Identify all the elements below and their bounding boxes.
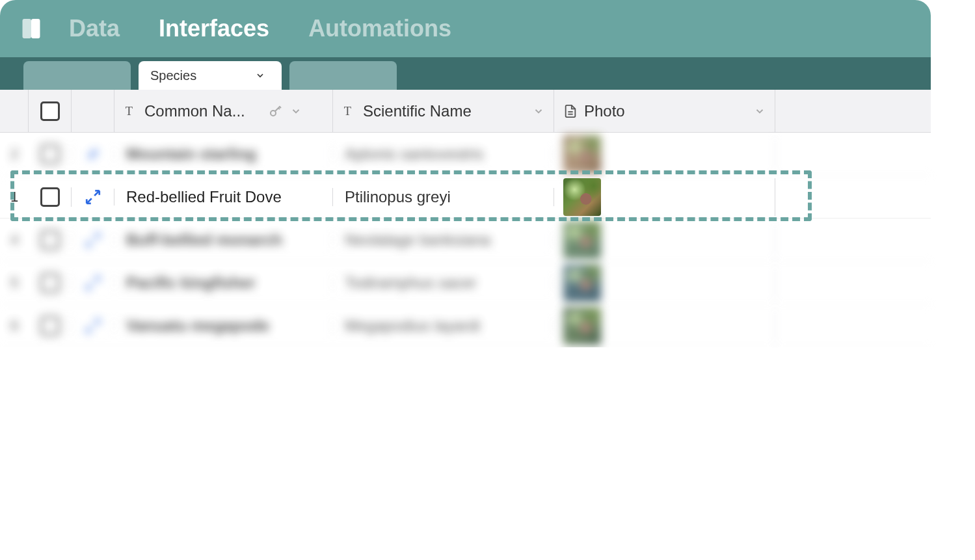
photo-thumbnail[interactable] bbox=[563, 178, 601, 216]
chevron-down-icon[interactable] bbox=[255, 70, 265, 81]
row-number: 5 bbox=[0, 274, 29, 291]
attachment-field-icon bbox=[563, 104, 578, 118]
chevron-down-icon[interactable] bbox=[754, 105, 766, 117]
common-name-cell: Pacific kingfisher bbox=[124, 274, 256, 292]
svg-text:T: T bbox=[344, 105, 351, 118]
row-checkbox[interactable] bbox=[40, 273, 60, 293]
expand-icon[interactable] bbox=[85, 274, 101, 291]
row-number: 4 bbox=[0, 232, 29, 248]
photo-thumbnail[interactable] bbox=[563, 307, 601, 345]
text-field-icon: T bbox=[124, 104, 138, 118]
svg-rect-1 bbox=[33, 20, 40, 38]
tab-label: Species bbox=[150, 68, 196, 83]
top-nav: Data Interfaces Automations bbox=[69, 15, 451, 42]
photo-thumbnail[interactable] bbox=[563, 221, 601, 259]
scientific-name-cell: Megapodius layardi bbox=[342, 317, 480, 335]
col-header-photo[interactable]: Photo bbox=[554, 90, 775, 132]
col-header-common-name[interactable]: T Common Na... bbox=[114, 90, 333, 132]
tabs-bar: Species bbox=[0, 57, 931, 90]
photo-thumbnail[interactable] bbox=[563, 264, 601, 302]
svg-rect-0 bbox=[23, 20, 31, 38]
common-name-cell: Buff-bellied monarch bbox=[124, 231, 282, 249]
top-bar: Data Interfaces Automations bbox=[0, 0, 931, 57]
col-header-expand bbox=[72, 90, 114, 132]
scientific-name-cell: Ptilinopus greyi bbox=[342, 188, 451, 206]
chevron-down-icon[interactable] bbox=[290, 105, 302, 117]
row-number: 6 bbox=[0, 317, 29, 334]
table-row[interactable]: 2 Mountain starling Aplonis santovestris bbox=[0, 133, 931, 176]
header-label: Scientific Name bbox=[363, 102, 526, 120]
app-window: Data Interfaces Automations Species T bbox=[0, 0, 931, 347]
app-logo-icon bbox=[20, 17, 43, 40]
expand-icon[interactable] bbox=[85, 146, 101, 163]
table-header: T Common Na... T Scientific Name bbox=[0, 90, 931, 133]
scientific-name-cell: Aplonis santovestris bbox=[342, 145, 483, 163]
svg-text:T: T bbox=[126, 105, 133, 118]
nav-data[interactable]: Data bbox=[69, 15, 120, 42]
table-row[interactable]: 6 Vanuatu megapode Megapodius layardi bbox=[0, 304, 931, 347]
scientific-name-cell: Neolalage banksiana bbox=[342, 231, 490, 249]
tab-placeholder-left[interactable] bbox=[23, 61, 131, 90]
row-checkbox[interactable] bbox=[40, 230, 60, 250]
header-label: Common Na... bbox=[144, 102, 261, 120]
row-number: 2 bbox=[0, 146, 29, 163]
table: T Common Na... T Scientific Name bbox=[0, 90, 931, 347]
svg-point-3 bbox=[271, 111, 276, 116]
tab-placeholder-right[interactable] bbox=[289, 61, 397, 90]
common-name-cell: Red-bellied Fruit Dove bbox=[124, 188, 282, 206]
nav-interfaces[interactable]: Interfaces bbox=[159, 15, 269, 42]
scientific-name-cell: Todiramphus sacer bbox=[342, 274, 477, 292]
table-row-highlighted[interactable]: 1 Red-bellied Fruit Dove Ptilinopus grey… bbox=[0, 176, 931, 219]
expand-icon[interactable] bbox=[85, 232, 101, 248]
col-header-rownum bbox=[0, 90, 29, 132]
text-field-icon: T bbox=[342, 104, 356, 118]
common-name-cell: Vanuatu megapode bbox=[124, 317, 269, 335]
row-checkbox[interactable] bbox=[40, 187, 60, 207]
table-row[interactable]: 4 Buff-bellied monarch Neolalage banksia… bbox=[0, 219, 931, 261]
header-label: Photo bbox=[584, 102, 747, 120]
table-row[interactable]: 5 Pacific kingfisher Todiramphus sacer bbox=[0, 261, 931, 304]
row-checkbox[interactable] bbox=[40, 144, 60, 164]
nav-automations[interactable]: Automations bbox=[308, 15, 451, 42]
select-all-checkbox[interactable] bbox=[40, 101, 60, 121]
chevron-down-icon[interactable] bbox=[533, 105, 544, 117]
col-header-checkbox bbox=[29, 90, 72, 132]
col-header-scientific-name[interactable]: T Scientific Name bbox=[333, 90, 554, 132]
common-name-cell: Mountain starling bbox=[124, 145, 256, 163]
tab-species[interactable]: Species bbox=[139, 61, 282, 90]
row-checkbox[interactable] bbox=[40, 316, 60, 336]
key-icon bbox=[268, 103, 284, 119]
photo-thumbnail[interactable] bbox=[563, 135, 601, 173]
expand-icon[interactable] bbox=[85, 189, 101, 206]
expand-icon[interactable] bbox=[85, 317, 101, 334]
row-number: 1 bbox=[0, 189, 29, 206]
